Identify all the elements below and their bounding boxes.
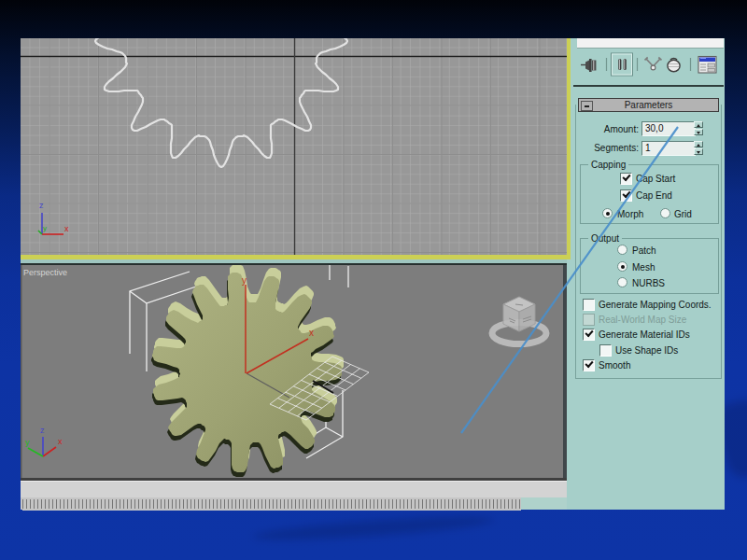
svg-text:y: y [25, 438, 30, 447]
svg-text:y: y [242, 275, 247, 286]
svg-text:Perspective: Perspective [23, 268, 67, 277]
svg-text:z: z [39, 201, 44, 210]
svg-text:x: x [58, 437, 63, 446]
svg-text:z: z [40, 426, 45, 435]
svg-text:x: x [309, 328, 314, 338]
svg-text:x: x [64, 224, 69, 233]
svg-text:y: y [43, 224, 47, 232]
